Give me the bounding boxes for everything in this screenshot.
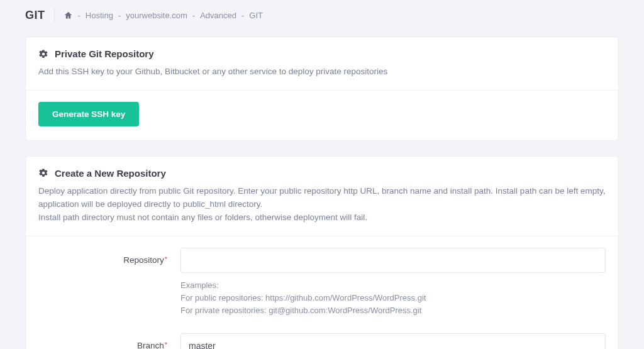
generate-ssh-button[interactable]: Generate SSH key bbox=[38, 102, 139, 126]
repository-label: Repository* bbox=[38, 248, 180, 265]
card-description-line2: Install path directory must not contain … bbox=[38, 211, 606, 224]
breadcrumb-sep: - bbox=[118, 11, 121, 20]
breadcrumb: - Hosting - yourwebsite.com - Advanced -… bbox=[64, 11, 264, 20]
branch-input[interactable] bbox=[180, 333, 606, 349]
help-public: For public repositories: https://github.… bbox=[180, 292, 606, 304]
breadcrumb-item[interactable]: Advanced bbox=[200, 11, 236, 20]
help-private: For private repositories: git@github.com… bbox=[180, 304, 606, 317]
repository-row: Repository* Examples: For public reposit… bbox=[38, 248, 606, 317]
gear-icon bbox=[38, 49, 48, 59]
branch-row: Branch* Usually this is the master branc… bbox=[38, 333, 606, 349]
card-header: Create a New Repository Deploy applicati… bbox=[26, 157, 618, 236]
repository-control: Examples: For public repositories: https… bbox=[180, 248, 606, 317]
branch-label-text: Branch bbox=[137, 341, 164, 349]
card-header: Private Git Repository Add this SSH key … bbox=[26, 37, 618, 91]
card-title: Create a New Repository bbox=[55, 168, 166, 179]
breadcrumb-sep: - bbox=[242, 11, 244, 20]
branch-control: Usually this is the master branch bbox=[180, 333, 606, 349]
vertical-divider bbox=[54, 8, 55, 23]
breadcrumb-sep: - bbox=[78, 11, 80, 20]
repository-label-text: Repository bbox=[123, 255, 164, 265]
required-asterisk: * bbox=[165, 255, 167, 263]
page-title: GIT bbox=[25, 9, 45, 22]
gear-icon bbox=[38, 168, 48, 178]
card-body: Repository* Examples: For public reposit… bbox=[26, 236, 618, 349]
branch-label: Branch* bbox=[38, 333, 180, 349]
required-asterisk: * bbox=[165, 341, 167, 348]
create-repo-card: Create a New Repository Deploy applicati… bbox=[25, 156, 619, 349]
repository-help: Examples: For public repositories: https… bbox=[180, 279, 606, 317]
help-examples: Examples: bbox=[180, 279, 606, 292]
card-description: Add this SSH key to your Github, Bitbuck… bbox=[38, 65, 606, 79]
home-icon[interactable] bbox=[64, 11, 73, 20]
private-git-card: Private Git Repository Add this SSH key … bbox=[25, 36, 619, 141]
card-title: Private Git Repository bbox=[55, 48, 154, 59]
breadcrumb-item[interactable]: Hosting bbox=[86, 11, 113, 20]
breadcrumb-item[interactable]: yourwebsite.com bbox=[126, 11, 187, 20]
breadcrumb-sep: - bbox=[192, 11, 195, 20]
card-description-line1: Deploy application directly from public … bbox=[38, 185, 606, 211]
topbar: GIT - Hosting - yourwebsite.com - Advanc… bbox=[0, 0, 644, 29]
breadcrumb-item[interactable]: GIT bbox=[249, 11, 263, 20]
card-body: Generate SSH key bbox=[26, 91, 618, 140]
repository-input[interactable] bbox=[180, 248, 606, 273]
